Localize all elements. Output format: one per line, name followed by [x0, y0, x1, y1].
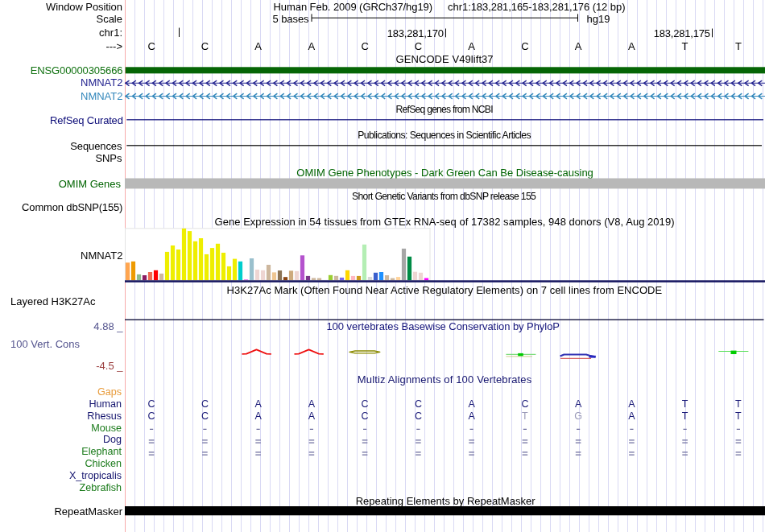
svg-text:A: A	[254, 410, 262, 422]
svg-text:SNPs: SNPs	[95, 152, 122, 164]
svg-text:RefSeq Curated: RefSeq Curated	[50, 114, 123, 126]
svg-text:GENCODE V49lift37: GENCODE V49lift37	[396, 53, 494, 65]
svg-text:T: T	[735, 40, 742, 52]
svg-text:NMNAT2: NMNAT2	[81, 90, 122, 102]
svg-text:100 vertebrates Basewise Conse: 100 vertebrates Basewise Conservation by…	[326, 320, 560, 332]
svg-text:Mouse: Mouse	[91, 423, 122, 434]
svg-text:A: A	[628, 398, 635, 410]
svg-text:RefSeq genes from NCBI: RefSeq genes from NCBI	[396, 104, 494, 115]
svg-text:Common dbSNP(155): Common dbSNP(155)	[22, 201, 122, 213]
svg-text:A: A	[308, 410, 316, 422]
svg-text:A: A	[628, 410, 635, 422]
svg-text:Multiz Alignments of 100 Verte: Multiz Alignments of 100 Vertebrates	[358, 373, 532, 386]
svg-text:C: C	[415, 398, 422, 410]
svg-text:Rhesus: Rhesus	[87, 410, 122, 422]
svg-text:C: C	[148, 410, 155, 422]
svg-text:100 Vert. Cons: 100 Vert. Cons	[10, 338, 80, 350]
svg-text:C: C	[362, 410, 369, 422]
svg-text:Elephant: Elephant	[81, 446, 122, 457]
svg-text:Human Feb. 2009 (GRCh37/hg19): Human Feb. 2009 (GRCh37/hg19)	[274, 1, 433, 13]
svg-text:A: A	[468, 398, 475, 410]
svg-text:C: C	[201, 398, 209, 410]
svg-text:C: C	[147, 40, 155, 52]
svg-text:T: T	[735, 398, 742, 410]
svg-text:T: T	[682, 40, 688, 52]
svg-text:NMNAT2: NMNAT2	[81, 76, 122, 89]
svg-text:-4.5 _: -4.5 _	[96, 360, 123, 372]
svg-text:chr1:: chr1:	[99, 27, 122, 39]
svg-text:RepeatMasker: RepeatMasker	[54, 505, 122, 518]
svg-text:Window Position: Window Position	[46, 1, 122, 13]
svg-text:C: C	[362, 398, 369, 410]
svg-text:Repeating Elements by RepeatMa: Repeating Elements by RepeatMasker	[356, 495, 536, 507]
svg-text:C: C	[521, 40, 528, 52]
svg-text:Zebrafish: Zebrafish	[80, 482, 122, 493]
svg-text:A: A	[468, 40, 475, 52]
svg-text:C: C	[415, 40, 422, 52]
svg-text:183,281,175: 183,281,175	[654, 27, 710, 39]
svg-text:OMIM Genes: OMIM Genes	[59, 178, 122, 190]
svg-text:Gaps: Gaps	[97, 386, 122, 398]
svg-text:T: T	[682, 398, 688, 410]
svg-text:C: C	[361, 40, 368, 52]
svg-text:X_tropicalis: X_tropicalis	[69, 470, 122, 481]
svg-text:C: C	[415, 410, 422, 422]
svg-text:C: C	[201, 40, 209, 52]
svg-text:ENSG00000305666: ENSG00000305666	[31, 64, 123, 76]
svg-text:T: T	[682, 410, 688, 422]
svg-text:Human: Human	[89, 398, 122, 410]
svg-text:Sequences: Sequences	[70, 140, 122, 152]
svg-text:A: A	[575, 398, 582, 410]
svg-text:C: C	[201, 410, 209, 422]
svg-text:A: A	[254, 398, 262, 410]
svg-text:T: T	[522, 410, 528, 422]
svg-text:chr1:183,281,165-183,281,176 (: chr1:183,281,165-183,281,176 (12 bp)	[448, 1, 625, 13]
svg-text:C: C	[521, 398, 528, 410]
svg-text:T: T	[735, 410, 742, 422]
svg-text:183,281,170: 183,281,170	[387, 27, 444, 39]
svg-text:A: A	[575, 40, 582, 52]
svg-text:4.88 _: 4.88 _	[93, 320, 123, 332]
svg-text:Chicken: Chicken	[85, 458, 122, 469]
svg-text:Layered H3K27Ac: Layered H3K27Ac	[10, 295, 96, 307]
svg-text:H3K27Ac Mark (Often Found Near: H3K27Ac Mark (Often Found Near Active Re…	[227, 284, 663, 296]
svg-text:5 bases: 5 bases	[273, 13, 309, 25]
svg-text:Dog: Dog	[103, 434, 122, 445]
svg-text:G: G	[574, 410, 582, 422]
svg-text:OMIM Gene Phenotypes - Dark Gr: OMIM Gene Phenotypes - Dark Green Can Be…	[296, 167, 593, 179]
svg-text:A: A	[468, 410, 475, 422]
svg-text:Gene Expression in 54 tissues: Gene Expression in 54 tissues from GTEx …	[215, 216, 675, 228]
svg-text:Short Genetic Variants from db: Short Genetic Variants from dbSNP releas…	[352, 191, 536, 202]
svg-text:A: A	[254, 40, 262, 52]
svg-text:A: A	[308, 398, 316, 410]
svg-text:A: A	[628, 40, 635, 52]
svg-text:Scale: Scale	[96, 13, 122, 25]
svg-text:--->: --->	[105, 40, 122, 52]
svg-text:Publications: Sequences in Sci: Publications: Sequences in Scientific Ar…	[358, 130, 531, 141]
svg-text:hg19: hg19	[587, 13, 610, 25]
svg-text:C: C	[148, 398, 155, 410]
svg-text:NMNAT2: NMNAT2	[81, 250, 122, 262]
svg-text:A: A	[308, 40, 316, 52]
